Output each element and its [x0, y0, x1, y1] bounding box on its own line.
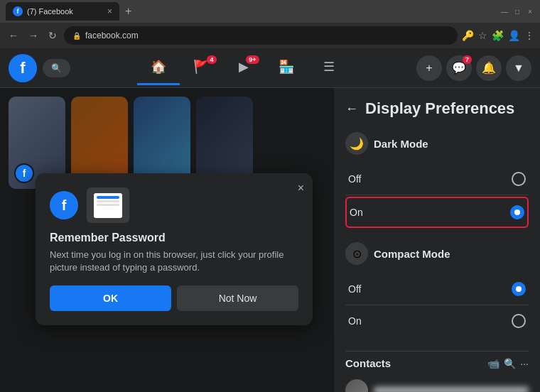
extension-icon[interactable]: 🧩: [492, 30, 504, 41]
contacts-title: Contacts: [345, 357, 391, 369]
display-preferences-panel: ← Display Preferences 🌙 Dark Mode Off On: [334, 88, 540, 392]
compact-mode-section: ⊙ Compact Mode Off On: [345, 242, 529, 337]
facebook-navbar: f 🔍 🏠 🚩 4 ▶ 9+ 🏪: [0, 48, 540, 88]
contact-item-1: [345, 375, 529, 392]
address-input[interactable]: 🔒 facebook.com: [64, 26, 458, 45]
pages-badge: 4: [207, 55, 216, 64]
panel-title: Display Preferences: [365, 99, 514, 118]
nav-pages[interactable]: 🚩 4: [180, 51, 222, 85]
dark-mode-off-option[interactable]: Off: [345, 163, 529, 195]
tab-close-button[interactable]: ×: [107, 6, 112, 16]
facebook-search[interactable]: 🔍: [43, 59, 70, 77]
contact-avatar-1: [345, 379, 368, 392]
dialog-close-button[interactable]: ×: [298, 182, 304, 195]
dialog-password-icon: [87, 187, 129, 223]
compact-mode-off-radio[interactable]: [512, 282, 526, 296]
not-now-button[interactable]: Not Now: [177, 285, 298, 311]
new-tab-button[interactable]: +: [122, 5, 134, 18]
tab-title: (7) Facebook: [27, 7, 103, 16]
dialog-title: Remember Password: [50, 232, 166, 244]
dark-mode-title: Dark Mode: [374, 138, 428, 150]
compact-mode-on-option[interactable]: On: [345, 305, 529, 337]
facebook-nav-right: + 💬 7 🔔 ▼: [416, 55, 531, 81]
nav-watch[interactable]: ▶ 9+: [222, 51, 265, 85]
dark-mode-header: 🌙 Dark Mode: [345, 132, 529, 155]
compact-mode-on-radio[interactable]: [512, 314, 526, 328]
facebook-content: f 🔍 🏠 🚩 4 ▶ 9+ 🏪: [0, 48, 540, 392]
compact-mode-on-label: On: [348, 315, 362, 327]
tab-area: f (7) Facebook × +: [6, 2, 500, 21]
menu-icon[interactable]: ⋮: [524, 30, 534, 41]
title-bar: f (7) Facebook × + — □ ×: [0, 0, 540, 23]
close-button[interactable]: ×: [526, 7, 534, 16]
compact-mode-off-option[interactable]: Off: [345, 273, 529, 305]
panel-back-button[interactable]: ←: [345, 102, 358, 116]
contacts-icons: 📹 🔍 ···: [487, 358, 529, 369]
watch-badge: 9+: [246, 55, 259, 64]
minimize-button[interactable]: —: [500, 7, 509, 16]
bookmark-icon[interactable]: ☆: [478, 30, 487, 41]
maximize-button[interactable]: □: [513, 7, 522, 16]
marketplace-icon: 🏪: [279, 59, 294, 75]
profile-icon[interactable]: 👤: [508, 30, 520, 41]
notifications-button[interactable]: 🔔: [476, 55, 502, 81]
password-dialog: × f Remember Password Next tim: [36, 173, 313, 325]
browser-toolbar-icons: 🔑 ☆ 🧩 👤 ⋮: [462, 30, 534, 41]
refresh-button[interactable]: ↻: [45, 28, 60, 43]
window-controls: — □ ×: [500, 7, 534, 16]
address-bar: ← → ↻ 🔒 facebook.com 🔑 ☆ 🧩 👤 ⋮: [0, 23, 540, 48]
facebook-nav-center: 🏠 🚩 4 ▶ 9+ 🏪 ☰: [70, 51, 416, 85]
account-menu-button[interactable]: ▼: [506, 55, 531, 81]
nav-marketplace[interactable]: 🏪: [265, 51, 308, 85]
dialog-description: Next time you log in on this browser, ju…: [50, 249, 298, 274]
compact-mode-off-label: Off: [348, 283, 361, 295]
dialog-facebook-logo: f: [50, 191, 78, 219]
dark-mode-on-radio[interactable]: [510, 205, 524, 219]
menu-icon: ☰: [323, 59, 335, 75]
compact-mode-header: ⊙ Compact Mode: [345, 242, 529, 265]
contacts-video-icon[interactable]: 📹: [487, 358, 500, 369]
contacts-more-icon[interactable]: ···: [520, 358, 529, 369]
contacts-search-icon[interactable]: 🔍: [504, 358, 516, 369]
active-tab[interactable]: f (7) Facebook ×: [6, 2, 119, 21]
facebook-main: f ×: [0, 88, 540, 392]
ok-button[interactable]: OK: [50, 285, 171, 311]
dark-mode-off-radio[interactable]: [512, 172, 526, 186]
dark-mode-on-option[interactable]: On: [345, 197, 529, 228]
back-button[interactable]: ←: [6, 28, 21, 43]
dark-mode-off-label: Off: [348, 173, 361, 185]
forward-button[interactable]: →: [26, 28, 41, 43]
dark-mode-section: 🌙 Dark Mode Off On: [345, 132, 529, 228]
dark-mode-on-label: On: [350, 207, 363, 218]
create-button[interactable]: +: [416, 55, 442, 81]
search-icon: 🔍: [51, 63, 62, 73]
browser-window: f (7) Facebook × + — □ × ← → ↻ 🔒 faceboo…: [0, 0, 540, 392]
home-icon: 🏠: [151, 59, 166, 75]
compact-mode-icon: ⊙: [345, 242, 368, 265]
tab-favicon: f: [13, 6, 23, 16]
messenger-badge: 7: [463, 55, 472, 64]
nav-menu[interactable]: ☰: [308, 51, 350, 85]
contact-name-1: [374, 387, 529, 392]
contacts-header: Contacts 📹 🔍 ···: [345, 357, 529, 369]
facebook-logo[interactable]: f: [9, 54, 37, 82]
panel-header: ← Display Preferences: [345, 99, 529, 118]
story-avatar-1: f: [14, 163, 34, 183]
flag-icon: 🚩: [193, 59, 209, 75]
compact-mode-title: Compact Mode: [374, 248, 450, 260]
messenger-button[interactable]: 💬 7: [446, 55, 472, 81]
dialog-content: f Remember Password Next time you log in…: [50, 187, 298, 311]
bell-icon: 🔔: [482, 61, 496, 75]
address-text: facebook.com: [85, 31, 139, 40]
dark-mode-icon: 🌙: [345, 132, 368, 155]
lock-icon: 🔒: [72, 32, 81, 40]
nav-home[interactable]: 🏠: [137, 51, 180, 85]
dialog-buttons: OK Not Now: [50, 285, 298, 311]
key-icon: 🔑: [462, 30, 474, 41]
dialog-header: f: [50, 187, 129, 223]
